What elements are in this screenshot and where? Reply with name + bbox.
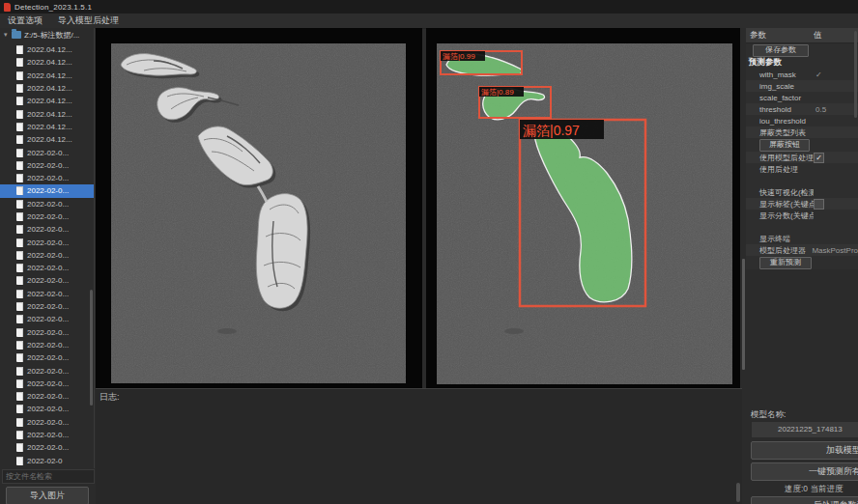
tree-item[interactable]: 2022-02-0... — [0, 159, 94, 172]
tree-item[interactable]: 2022-02-0... — [0, 326, 94, 339]
tree-scrollbar[interactable] — [90, 290, 93, 406]
tree-item[interactable]: 2022-02-0... — [0, 249, 94, 262]
tree-item[interactable]: 2022-02-0... — [0, 429, 94, 441]
tree-item[interactable]: 2022.04.12... — [0, 121, 94, 133]
file-icon — [16, 418, 23, 427]
file-icon — [16, 302, 23, 311]
tree-item-label: 2022-02-0... — [27, 405, 69, 413]
chevron-down-icon[interactable]: ▾ — [4, 31, 12, 39]
tree-item[interactable]: 2022-02-0... — [0, 274, 94, 287]
tree-item[interactable]: 2022.04.12... — [0, 43, 94, 56]
show-label-checkbox[interactable] — [814, 199, 824, 210]
raw-image-viewer[interactable] — [96, 28, 422, 388]
save-params-button[interactable]: 保存参数 — [753, 44, 809, 57]
log-scrollbar[interactable] — [736, 483, 740, 502]
param-panel-scrollbar[interactable] — [854, 31, 857, 118]
tree-item-list: 2022.04.12... 2022.04.12... 2022.04.12..… — [0, 43, 94, 467]
tree-item[interactable]: 2022-02-0... — [0, 300, 94, 313]
file-icon — [16, 174, 23, 182]
file-icon — [16, 238, 23, 247]
tree-item-label: 2022-02-0... — [27, 443, 69, 452]
model-name-label: 模型名称: — [751, 409, 786, 421]
tree-item-label: 2022-02-0... — [27, 200, 69, 209]
tree-item[interactable]: 2022-02-0... — [0, 351, 94, 364]
tree-item[interactable]: 2022-02-0... — [0, 223, 94, 236]
menu-settings[interactable]: 设置选项 — [0, 14, 50, 28]
file-icon — [16, 58, 23, 67]
tree-item[interactable]: 2022.04.12... — [0, 82, 94, 95]
tree-root[interactable]: ▾ Z:/5-标注数据/... — [0, 28, 94, 42]
tree-item[interactable]: 2022.04.12... — [0, 70, 94, 82]
detection-label-3: 漏箔|0.97 — [523, 123, 580, 138]
tree-item[interactable]: 2022-02-0... — [0, 313, 94, 325]
param-img-scale: img_scale — [746, 82, 814, 91]
file-icon — [16, 392, 23, 401]
tree-item-label: 2022-02-0 — [27, 457, 62, 465]
load-model-button[interactable]: 加载模型 — [751, 441, 858, 460]
file-icon — [16, 341, 23, 350]
use-model-postprocess-checkbox[interactable]: ✓ — [814, 153, 824, 163]
tree-item[interactable]: 2022.04.12... — [0, 107, 94, 120]
file-icon — [16, 443, 23, 452]
param-show-terminal: 显示终端 — [746, 234, 814, 244]
param-iou-threshold: iou_threshold — [746, 117, 814, 126]
param-col-header: 参数 — [746, 30, 814, 42]
tree-item[interactable]: 2022-02-0... — [0, 416, 94, 429]
tree-item-label: 2022-02-0... — [27, 367, 69, 376]
tree-item-label: 2022-02-0... — [27, 174, 69, 182]
tree-item-label: 2022.04.12... — [27, 123, 72, 131]
file-icon — [16, 212, 23, 221]
tree-item[interactable]: 2022-02-0... — [0, 403, 94, 415]
tree-item[interactable]: 2022-02-0... — [0, 184, 94, 197]
model-name-value: 20221225_174813 — [778, 425, 843, 434]
tree-item[interactable]: 2022-02-0... — [0, 390, 94, 403]
menu-import-model-postprocess[interactable]: 导入模型后处理 — [50, 14, 127, 28]
tree-item[interactable]: 2022-02-0... — [0, 210, 94, 223]
tree-item-label: 2022-02-0... — [27, 392, 69, 401]
file-icon — [16, 367, 23, 376]
file-icon — [16, 405, 23, 413]
log-panel[interactable]: 日志: — [96, 388, 742, 504]
raw-image — [111, 43, 406, 383]
with-mask-check[interactable]: ✓ — [814, 70, 822, 79]
predict-all-button[interactable]: 一键预测所有图片 — [751, 462, 858, 481]
window-title: Detection_2023.1.5.1 — [14, 3, 92, 12]
tree-item[interactable]: 2022.04.12... — [0, 56, 94, 69]
tree-item[interactable]: 2022-02-0... — [0, 364, 94, 377]
tree-item[interactable]: 2022.04.12... — [0, 95, 94, 107]
model-postprocessor-value[interactable]: MaskPostPro — [810, 246, 858, 255]
search-input[interactable] — [2, 469, 95, 484]
splitter-scrollbar-thumb[interactable] — [742, 259, 745, 370]
tree-item[interactable]: 2022-02-0... — [0, 339, 94, 351]
value-col-header: 值 — [814, 30, 822, 42]
mask-button[interactable]: 屏蔽按钮 — [759, 139, 810, 152]
file-icon — [16, 200, 23, 209]
threshold-value[interactable]: 0.5 — [814, 105, 826, 114]
param-fast-vis: 快速可视化(检测) — [746, 187, 814, 198]
tree-item[interactable]: 2022-02-0... — [0, 441, 94, 454]
import-image-button[interactable]: 导入图片 — [6, 487, 89, 504]
repredict-button[interactable]: 重新预测 — [759, 257, 812, 269]
tree-item-label: 2022.04.12... — [27, 84, 72, 93]
app-icon — [4, 3, 11, 12]
tree-item[interactable]: 2022-02-0... — [0, 198, 94, 210]
progress-status: 速度:0 当前进度 — [785, 484, 843, 495]
tree-item[interactable]: 2022.04.12... — [0, 133, 94, 146]
postprocess-params-button[interactable]: 后处理参数设置 — [751, 496, 858, 504]
prediction-image: 漏箔|0.99 漏箔|0.89 漏箔|0.97 — [437, 43, 732, 384]
tree-item-label: 2022-02-0... — [27, 418, 69, 427]
tree-item[interactable]: 2022-02-0... — [0, 262, 94, 274]
tree-item[interactable]: 2022-02-0... — [0, 378, 94, 390]
file-icon — [16, 225, 23, 234]
detection-label-1: 漏箔|0.99 — [443, 52, 475, 61]
tree-item[interactable]: 2022-02-0... — [0, 172, 94, 184]
file-icon — [16, 251, 23, 260]
tree-item[interactable]: 2022-02-0... — [0, 146, 94, 158]
tree-item[interactable]: 2022-02-0 — [0, 455, 94, 467]
param-mask-type-list: 屏蔽类型列表 — [746, 127, 814, 138]
tree-item-label: 2022-02-0... — [27, 212, 69, 221]
tree-item[interactable]: 2022-02-0... — [0, 236, 94, 248]
tree-item[interactable]: 2022-02-0... — [0, 288, 94, 300]
prediction-viewer[interactable]: 漏箔|0.99 漏箔|0.89 漏箔|0.97 — [426, 28, 742, 388]
file-icon — [16, 149, 23, 157]
